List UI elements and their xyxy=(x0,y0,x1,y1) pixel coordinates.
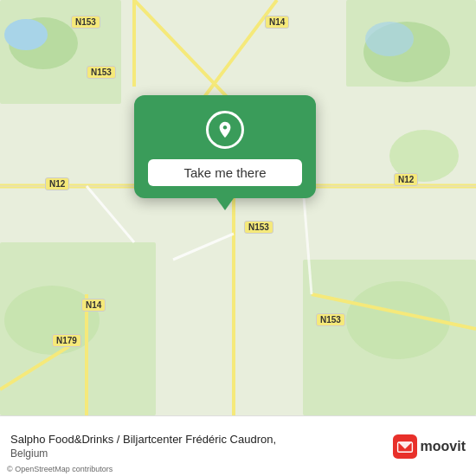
road-label-n153-bottom: N153 xyxy=(316,313,345,326)
place-title: Salpho Food&Drinks / Biljartcenter Frédé… xyxy=(10,433,384,447)
road-label-n153-mid: N153 xyxy=(244,221,273,234)
road-label-n153-top: N153 xyxy=(71,16,100,29)
map-popup: Take me there xyxy=(134,95,316,198)
location-pin-icon xyxy=(215,120,235,139)
road-label-n12-left: N12 xyxy=(45,177,69,190)
moovit-icon xyxy=(393,434,417,459)
moovit-label: moovit xyxy=(421,439,466,454)
bottom-text: Salpho Food&Drinks / Biljartcenter Frédé… xyxy=(10,433,384,460)
moovit-logo: moovit xyxy=(393,434,466,459)
road-label-n153-left: N153 xyxy=(87,66,116,79)
copyright-text: © OpenStreetMap contributors xyxy=(7,465,113,473)
take-me-there-button[interactable]: Take me there xyxy=(148,159,302,186)
bottom-bar: Salpho Food&Drinks / Biljartcenter Frédé… xyxy=(0,415,476,476)
map-view: N153 N14 N153 N12 N12 N12 N153 N14 N179 … xyxy=(0,0,476,415)
svg-point-11 xyxy=(365,22,414,56)
location-icon-circle xyxy=(206,111,244,149)
svg-point-10 xyxy=(4,19,48,50)
road-label-n14-top: N14 xyxy=(265,16,289,29)
road-label-n12-right: N12 xyxy=(394,173,418,186)
road-label-n179: N179 xyxy=(52,334,81,347)
road-label-n14-bottom: N14 xyxy=(81,299,106,312)
place-subtitle: Belgium xyxy=(10,447,384,460)
